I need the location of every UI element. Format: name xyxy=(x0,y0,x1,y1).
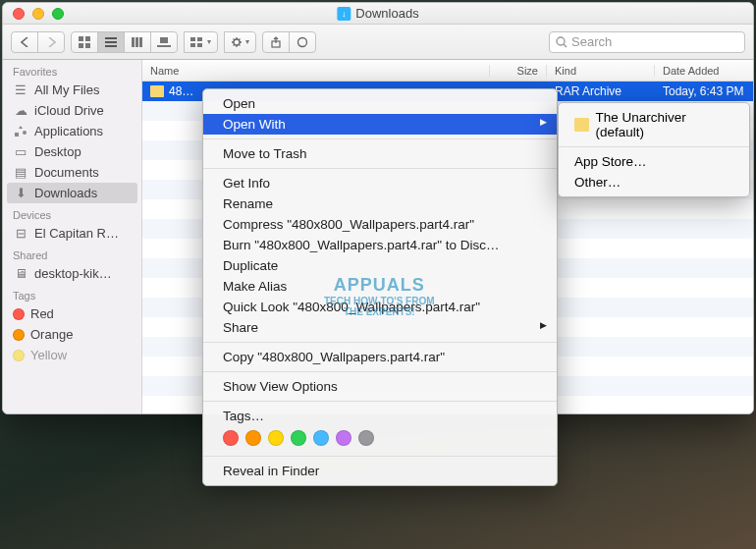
menu-tag-colors xyxy=(203,426,557,452)
sidebar-item-label: All My Files xyxy=(34,82,99,97)
svg-rect-1 xyxy=(85,36,90,41)
sidebar-item-shared[interactable]: 🖥desktop-kik… xyxy=(3,263,141,284)
menu-share[interactable]: Share xyxy=(203,317,557,338)
submenu-app-store[interactable]: App Store… xyxy=(559,151,749,172)
sidebar-heading-shared: Shared xyxy=(3,244,141,263)
svg-rect-4 xyxy=(105,37,117,39)
sidebar-tag-red[interactable]: Red xyxy=(3,303,141,324)
open-with-submenu: The Unarchiver (default) App Store… Othe… xyxy=(558,102,750,197)
menu-open-with[interactable]: Open With xyxy=(203,114,557,135)
forward-button[interactable] xyxy=(37,31,65,53)
sidebar-item-disk[interactable]: ⊟El Capitan R… xyxy=(3,223,141,244)
tag-color-blue[interactable] xyxy=(313,430,329,446)
svg-rect-2 xyxy=(79,43,83,48)
icon-view-button[interactable] xyxy=(71,31,98,53)
coverflow-view-button[interactable] xyxy=(150,31,178,53)
sidebar-item-all-my-files[interactable]: ☰All My Files xyxy=(3,80,141,100)
minimize-icon[interactable] xyxy=(32,8,44,20)
menu-copy[interactable]: Copy "480x800_Wallpapers.part4.rar" xyxy=(203,347,557,367)
tag-color-red[interactable] xyxy=(223,430,239,446)
menu-separator xyxy=(203,168,557,169)
tag-color-purple[interactable] xyxy=(336,430,351,446)
close-icon[interactable] xyxy=(13,8,25,20)
list-view-button[interactable] xyxy=(97,31,125,53)
menu-alias[interactable]: Make Alias xyxy=(203,276,557,297)
sidebar-item-label: Downloads xyxy=(34,186,97,200)
menu-separator xyxy=(203,401,557,402)
tag-color-yellow[interactable] xyxy=(268,430,284,446)
window-title-text: Downloads xyxy=(355,6,418,21)
menu-tags[interactable]: Tags… xyxy=(203,406,557,426)
sidebar-tag-yellow[interactable]: Yellow xyxy=(3,345,141,365)
action-button[interactable]: ▾ xyxy=(224,31,256,53)
file-kind: RAR Archive xyxy=(547,84,655,98)
menu-open[interactable]: Open xyxy=(203,93,557,114)
submenu-unarchiver[interactable]: The Unarchiver (default) xyxy=(559,107,749,142)
sidebar-item-label: desktop-kik… xyxy=(34,266,112,281)
sidebar-item-label: El Capitan R… xyxy=(34,226,119,241)
column-date[interactable]: Date Added xyxy=(655,65,753,77)
menu-duplicate[interactable]: Duplicate xyxy=(203,255,557,276)
search-placeholder: Search xyxy=(571,34,612,49)
menu-trash[interactable]: Move to Trash xyxy=(203,143,557,164)
svg-rect-3 xyxy=(85,43,90,48)
context-menu: Open Open With Move to Trash Get Info Re… xyxy=(202,88,558,486)
tags-button[interactable] xyxy=(289,31,316,53)
file-date: Today, 6:43 PM xyxy=(655,84,753,98)
sidebar-item-documents[interactable]: ▤Documents xyxy=(3,162,141,183)
svg-point-19 xyxy=(557,37,565,45)
shared-icon: 🖥 xyxy=(13,267,28,281)
zoom-icon[interactable] xyxy=(52,8,64,20)
titlebar[interactable]: ↓ Downloads xyxy=(3,3,753,25)
sidebar-item-label: Orange xyxy=(30,327,73,342)
sidebar-item-label: Yellow xyxy=(30,348,67,362)
tag-dot-icon xyxy=(13,329,25,341)
column-name[interactable]: Name xyxy=(142,65,490,77)
svg-rect-14 xyxy=(190,43,195,47)
menu-rename[interactable]: Rename xyxy=(203,193,557,214)
sidebar-item-label: Applications xyxy=(34,124,103,138)
column-view-button[interactable] xyxy=(124,31,151,53)
sidebar-heading-devices: Devices xyxy=(3,203,141,223)
share-button[interactable] xyxy=(262,31,290,53)
menu-get-info[interactable]: Get Info xyxy=(203,173,557,193)
menu-view-options[interactable]: Show View Options xyxy=(203,376,557,397)
tag-color-green[interactable] xyxy=(291,430,306,446)
menu-separator xyxy=(203,138,557,139)
downloads-icon: ⬇ xyxy=(13,187,28,200)
action-group: ▾ xyxy=(224,31,256,53)
sidebar-item-downloads[interactable]: ⬇Downloads xyxy=(7,183,137,203)
sidebar-tag-orange[interactable]: Orange xyxy=(3,324,141,345)
back-button[interactable] xyxy=(11,31,38,53)
menu-quicklook[interactable]: Quick Look "480x800_Wallpapers.part4.rar… xyxy=(203,297,557,317)
search-input[interactable]: Search xyxy=(549,31,745,53)
documents-icon: ▤ xyxy=(13,166,28,180)
sidebar-item-icloud[interactable]: ☁iCloud Drive xyxy=(3,100,141,121)
sidebar-heading-favorites: Favorites xyxy=(3,60,141,80)
app-icon xyxy=(574,118,589,132)
svg-rect-5 xyxy=(105,41,117,43)
svg-rect-15 xyxy=(197,43,202,47)
traffic-lights xyxy=(3,8,64,20)
sidebar-item-applications[interactable]: Applications xyxy=(3,121,141,141)
rar-file-icon xyxy=(150,85,164,97)
sidebar-heading-tags: Tags xyxy=(3,284,141,303)
menu-compress[interactable]: Compress "480x800_Wallpapers.part4.rar" xyxy=(203,214,557,235)
file-name: 48… xyxy=(169,84,193,98)
menu-separator xyxy=(559,146,749,147)
menu-reveal[interactable]: Reveal in Finder xyxy=(203,461,557,481)
arrange-button[interactable]: ▾ xyxy=(184,31,218,53)
svg-rect-8 xyxy=(135,37,138,47)
desktop-icon: ▭ xyxy=(13,145,28,159)
disk-icon: ⊟ xyxy=(13,227,28,241)
column-kind[interactable]: Kind xyxy=(547,65,655,77)
svg-rect-12 xyxy=(190,37,195,41)
tag-color-gray[interactable] xyxy=(358,430,374,446)
view-buttons xyxy=(71,31,178,53)
sidebar-item-desktop[interactable]: ▭Desktop xyxy=(3,141,141,162)
column-size[interactable]: Size xyxy=(490,65,547,77)
menu-burn[interactable]: Burn "480x800_Wallpapers.part4.rar" to D… xyxy=(203,235,557,255)
cloud-icon: ☁ xyxy=(13,104,28,118)
submenu-other[interactable]: Other… xyxy=(559,172,749,192)
tag-color-orange[interactable] xyxy=(245,430,261,446)
